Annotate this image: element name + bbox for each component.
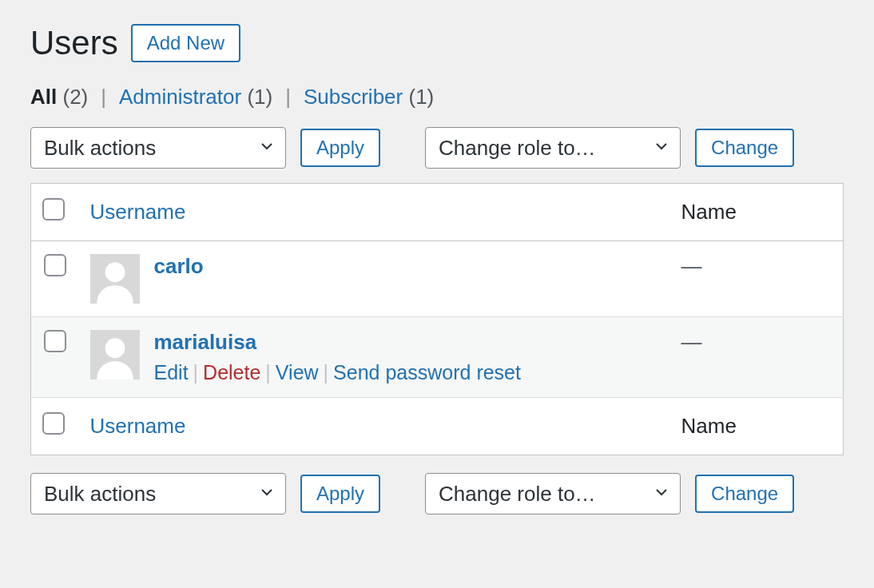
top-actions: Bulk actions Apply Change role to… Chang…: [30, 127, 844, 169]
bulk-actions-select[interactable]: Bulk actions: [30, 127, 286, 169]
column-username[interactable]: Username: [90, 200, 186, 224]
column-name: Name: [670, 184, 844, 241]
row-checkbox[interactable]: [44, 254, 66, 276]
name-cell: —: [670, 241, 844, 317]
row-checkbox[interactable]: [44, 330, 66, 352]
delete-link[interactable]: Delete: [203, 361, 260, 383]
filter-administrator-count: (1): [247, 85, 272, 109]
avatar: [90, 254, 140, 304]
svg-point-3: [105, 338, 125, 358]
svg-point-1: [105, 262, 125, 282]
bottom-actions: Bulk actions Apply Change role to… Chang…: [30, 473, 844, 514]
separator: |: [280, 85, 296, 109]
column-name-bottom: Name: [670, 398, 844, 455]
add-new-button[interactable]: Add New: [131, 24, 240, 62]
role-filters: All (2) | Administrator (1) | Subscriber…: [30, 85, 844, 109]
separator: |: [96, 85, 111, 109]
filter-subscriber-count: (1): [408, 85, 434, 109]
users-table: Username Name carlo—marialuisaEdit|Delet…: [30, 183, 844, 455]
name-cell: —: [670, 317, 844, 398]
view-link[interactable]: View: [276, 361, 319, 383]
column-username-bottom[interactable]: Username: [90, 414, 186, 438]
send-password-reset-link[interactable]: Send password reset: [333, 361, 521, 383]
filter-all-count: (2): [62, 85, 88, 109]
table-row: carlo—: [31, 241, 844, 317]
filter-all[interactable]: All: [30, 85, 57, 109]
username-link[interactable]: marialuisa: [154, 330, 521, 355]
avatar: [90, 330, 140, 379]
page-header: Users Add New: [30, 24, 844, 62]
table-row: marialuisaEdit|Delete|View|Send password…: [31, 317, 844, 398]
change-button-bottom[interactable]: Change: [695, 475, 794, 513]
change-role-select[interactable]: Change role to…: [425, 127, 681, 169]
bulk-actions-select-bottom[interactable]: Bulk actions: [30, 473, 286, 514]
filter-subscriber[interactable]: Subscriber: [304, 85, 403, 109]
apply-button[interactable]: Apply: [300, 129, 380, 167]
username-link[interactable]: carlo: [154, 254, 204, 279]
change-role-select-bottom[interactable]: Change role to…: [425, 473, 681, 514]
change-button[interactable]: Change: [695, 129, 794, 167]
filter-administrator[interactable]: Administrator: [119, 85, 241, 109]
apply-button-bottom[interactable]: Apply: [300, 475, 380, 513]
select-all-checkbox[interactable]: [42, 198, 65, 220]
select-all-checkbox-bottom[interactable]: [42, 412, 65, 435]
page-title: Users: [30, 24, 118, 62]
edit-link[interactable]: Edit: [154, 361, 189, 383]
row-actions: Edit|Delete|View|Send password reset: [154, 361, 521, 384]
